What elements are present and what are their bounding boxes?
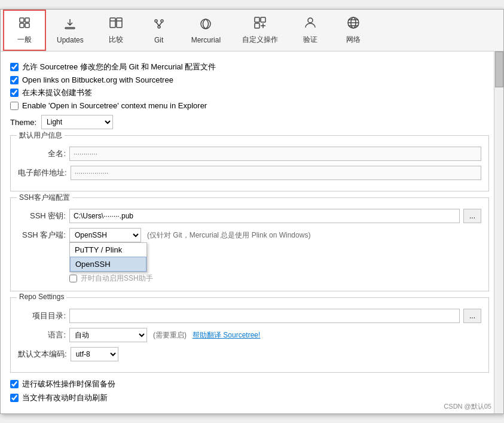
theme-select[interactable]: Light Dark	[41, 115, 113, 129]
svg-rect-15	[255, 17, 259, 22]
encoding-label: 默认文本编码:	[18, 349, 67, 360]
email-label: 电子邮件地址:	[18, 168, 67, 178]
general-icon	[17, 16, 32, 34]
ssh-key-browse-button[interactable]: ...	[463, 209, 481, 223]
svg-rect-4	[65, 28, 75, 29]
repo-settings-title: Repo Settings	[17, 293, 66, 301]
bottom-checkbox-row-1: 进行破坏性操作时保留备份	[10, 379, 489, 389]
checkbox-row-3: 在未来提议创建书签	[10, 87, 489, 98]
auth-icon	[303, 16, 317, 34]
ssh-config-section: SSH客户端配置 SSH 密钥: ... SSH 客户端: OpenSSH Pu…	[10, 197, 489, 291]
svg-point-9	[155, 20, 157, 22]
custom-icon	[253, 16, 267, 34]
toolbar-label-general: 一般	[17, 35, 32, 45]
toolbar-item-general[interactable]: 一般	[3, 10, 46, 51]
ssh-autostart-row: 开时自动启用SSH助手	[69, 273, 481, 284]
encoding-row: 默认文本编码: utf-8 gbk	[18, 347, 481, 361]
checkbox-label-2: Open links on Bitbucket.org with Sourcet…	[22, 75, 173, 84]
bottom-checkbox-label-1: 进行破坏性操作时保留备份	[22, 379, 115, 389]
ssh-key-label: SSH 密钥:	[18, 211, 66, 221]
toolbar-label-custom: 自定义操作	[242, 35, 278, 45]
bottom-checkbox-label-2: 当文件有改动时自动刷新	[22, 392, 108, 403]
svg-rect-3	[25, 23, 29, 28]
dropdown-item-openssh[interactable]: OpenSSH	[70, 257, 146, 272]
ssh-autostart-checkbox[interactable]	[69, 275, 77, 282]
toolbar-item-network[interactable]: 网络	[332, 10, 375, 51]
svg-rect-1	[25, 18, 29, 22]
checkbox-2[interactable]	[10, 76, 19, 84]
encoding-select[interactable]: utf-8 gbk	[71, 347, 118, 361]
toolbar-label-network: 网络	[346, 35, 361, 45]
ssh-config-title: SSH客户端配置	[17, 193, 72, 203]
fullname-row: 全名:	[18, 147, 481, 161]
checkbox-row-2: Open links on Bitbucket.org with Sourcet…	[10, 75, 489, 84]
checkbox-4[interactable]	[10, 102, 19, 110]
scrollbar-track[interactable]	[494, 51, 503, 413]
ssh-client-label: SSH 客户端:	[18, 230, 66, 241]
svg-point-10	[161, 20, 163, 22]
ssh-client-dropdown: PuTTY / Plink OpenSSH	[69, 242, 147, 272]
ssh-autostart-label: 开时自动启用SSH助手	[81, 273, 153, 284]
user-info-section: 默认用户信息 全名: 电子邮件地址:	[10, 135, 489, 191]
toolbar-item-git[interactable]: Git	[138, 10, 181, 51]
toolbar-item-updates[interactable]: Updates	[46, 10, 94, 51]
checkbox-label-3: 在未来提议创建书签	[22, 87, 92, 98]
checkbox-label-1: 允许 Sourcetree 修改您的全局 Git 和 Mercurial 配置文…	[22, 62, 216, 72]
bottom-checkbox-2[interactable]	[10, 394, 19, 402]
scrollbar-thumb[interactable]	[495, 51, 503, 87]
checkbox-label-4: Enable 'Open in Sourcetree' context menu…	[22, 101, 207, 110]
email-row: 电子邮件地址:	[18, 166, 481, 180]
toolbar-item-mercurial[interactable]: Mercurial	[181, 10, 231, 51]
project-dir-input[interactable]	[69, 309, 460, 323]
svg-rect-5	[110, 18, 115, 28]
settings-content: 允许 Sourcetree 修改您的全局 Git 和 Mercurial 配置文…	[1, 51, 503, 413]
watermark: CSDN @默认05	[444, 402, 491, 411]
svg-rect-6	[117, 18, 122, 28]
toolbar-item-custom[interactable]: 自定义操作	[231, 10, 289, 51]
toolbar-label-git: Git	[154, 36, 163, 44]
settings-window: 一般 Updates 比较	[0, 9, 504, 414]
project-dir-row: 项目目录: ...	[18, 309, 481, 323]
lang-hint: (需要重启)	[153, 330, 187, 340]
email-input[interactable]	[71, 166, 481, 180]
checkbox-3[interactable]	[10, 89, 19, 97]
lang-select[interactable]: 自动 中文 English	[69, 328, 147, 342]
svg-rect-0	[20, 18, 24, 22]
bottom-checkbox-row-2: 当文件有改动时自动刷新	[10, 392, 489, 403]
toolbar-label-compare: 比较	[109, 35, 123, 45]
project-dir-browse-button[interactable]: ...	[463, 309, 481, 323]
git-icon	[152, 17, 166, 35]
theme-row: Theme: Light Dark	[10, 115, 489, 129]
svg-line-12	[156, 22, 159, 26]
repo-settings-section: Repo Settings 项目目录: ... 语言: 自动 中文 Englis…	[10, 297, 489, 373]
theme-label: Theme:	[10, 118, 36, 127]
dropdown-item-putty[interactable]: PuTTY / Plink	[70, 243, 146, 257]
mercurial-icon	[198, 17, 213, 35]
ssh-client-hint: (仅针对 Git，Mercurial 总是使用 Plink on Windows…	[147, 230, 310, 241]
toolbar-label-mercurial: Mercurial	[191, 36, 221, 44]
toolbar-item-compare[interactable]: 比较	[94, 10, 138, 51]
ssh-key-input[interactable]	[69, 209, 460, 223]
bottom-checkbox-1[interactable]	[10, 380, 19, 388]
ssh-key-row: SSH 密钥: ...	[18, 209, 481, 223]
toolbar-label-auth: 验证	[303, 35, 317, 45]
toolbar: 一般 Updates 比较	[1, 10, 503, 51]
updates-icon	[63, 17, 77, 35]
ssh-client-row: SSH 客户端: OpenSSH PuTTY / Plink (仅针对 Git，…	[18, 228, 481, 242]
svg-rect-16	[261, 17, 265, 22]
toolbar-label-updates: Updates	[57, 36, 84, 44]
svg-rect-17	[255, 23, 259, 28]
user-info-title: 默认用户信息	[17, 130, 65, 141]
network-icon	[346, 16, 361, 34]
checkbox-row-1: 允许 Sourcetree 修改您的全局 Git 和 Mercurial 配置文…	[10, 62, 489, 72]
ssh-client-select[interactable]: OpenSSH PuTTY / Plink	[69, 228, 141, 242]
checkbox-row-4: Enable 'Open in Sourcetree' context menu…	[10, 101, 489, 110]
checkbox-1[interactable]	[10, 63, 19, 71]
svg-point-11	[158, 26, 160, 28]
svg-point-14	[201, 19, 210, 29]
svg-rect-2	[20, 23, 24, 28]
compare-icon	[109, 16, 123, 34]
fullname-input[interactable]	[69, 147, 481, 161]
toolbar-item-auth[interactable]: 验证	[289, 10, 332, 51]
lang-link[interactable]: 帮助翻译 Sourcetree!	[193, 330, 260, 340]
